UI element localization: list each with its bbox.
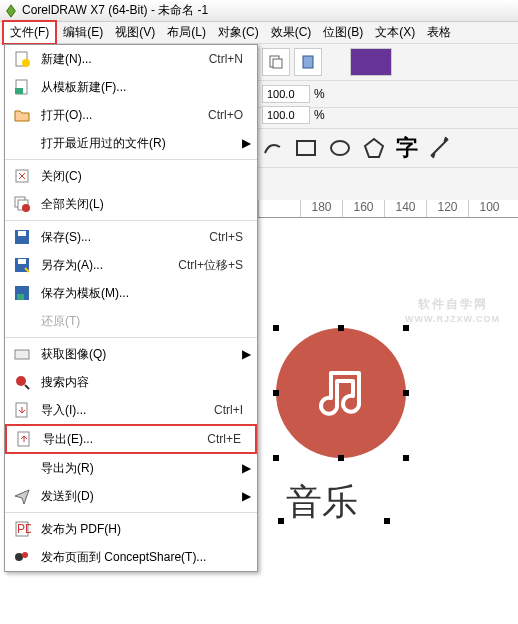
canvas[interactable]: 软件自学网 WWW.RJZXW.COM 音乐 <box>258 218 518 624</box>
selection-handle[interactable] <box>273 390 279 396</box>
menu-label: 保存(S)... <box>41 229 209 246</box>
menu-item[interactable]: 打开(O)...Ctrl+O <box>5 101 257 129</box>
menu-item[interactable]: 打开最近用过的文件(R)▶ <box>5 129 257 157</box>
menu-item[interactable]: 保存(S)...Ctrl+S <box>5 223 257 251</box>
menu-item[interactable]: 导出(E)...Ctrl+E <box>5 424 257 454</box>
toolbar-area: 100.0 % 100.0 % 字 <box>258 44 518 204</box>
menu-item[interactable]: 导出为(R)▶ <box>5 454 257 482</box>
menu-object[interactable]: 对象(C) <box>212 22 265 43</box>
svg-point-15 <box>16 376 26 386</box>
menu-label: 导入(I)... <box>41 402 214 419</box>
menu-label: 导出(E)... <box>43 431 207 448</box>
watermark: 软件自学网 WWW.RJZXW.COM <box>405 288 500 324</box>
app-icon <box>4 4 18 18</box>
scale-y-field[interactable]: 100.0 <box>262 106 310 124</box>
menu-edit[interactable]: 编辑(E) <box>57 22 109 43</box>
rectangle-icon[interactable] <box>294 136 318 160</box>
percent-icon: % <box>314 108 325 122</box>
menu-file[interactable]: 文件(F) <box>2 20 57 45</box>
close-icon <box>11 165 33 187</box>
scale-x-field[interactable]: 100.0 <box>262 85 310 103</box>
selection-handle[interactable] <box>273 325 279 331</box>
import-icon <box>11 399 33 421</box>
svg-rect-3 <box>15 88 23 94</box>
svg-rect-24 <box>303 56 313 68</box>
pdf-icon: PDF <box>11 518 33 540</box>
svg-rect-14 <box>15 350 29 359</box>
ellipse-icon[interactable] <box>328 136 352 160</box>
concept-icon <box>11 546 33 568</box>
blank-icon <box>11 457 33 479</box>
svg-rect-9 <box>18 231 26 236</box>
freehand-icon[interactable] <box>262 137 284 159</box>
shortcut: Ctrl+O <box>208 108 243 122</box>
shortcut: Ctrl+E <box>207 432 241 446</box>
acquire-icon <box>11 343 33 365</box>
selection-handle[interactable] <box>338 455 344 461</box>
svg-point-1 <box>22 59 30 67</box>
selection-handle[interactable] <box>273 455 279 461</box>
percent-icon: % <box>314 87 325 101</box>
selection-handle[interactable] <box>403 455 409 461</box>
menu-item[interactable]: 新建(N)...Ctrl+N <box>5 45 257 73</box>
menu-item[interactable]: 还原(T) <box>5 307 257 335</box>
blank-icon <box>11 310 33 332</box>
file-dropdown: 新建(N)...Ctrl+N从模板新建(F)...打开(O)...Ctrl+O打… <box>4 44 258 572</box>
selection-handle[interactable] <box>403 390 409 396</box>
menu-item[interactable]: 关闭(C) <box>5 162 257 190</box>
svg-point-20 <box>15 553 23 561</box>
menu-bitmap[interactable]: 位图(B) <box>317 22 369 43</box>
menu-item[interactable]: 获取图像(Q)▶ <box>5 340 257 368</box>
menu-item[interactable]: 发送到(D)▶ <box>5 482 257 510</box>
menu-label: 导出为(R) <box>41 460 251 477</box>
polygon-icon[interactable] <box>362 136 386 160</box>
music-circle[interactable] <box>276 328 406 458</box>
closeall-icon <box>11 193 33 215</box>
menu-text[interactable]: 文本(X) <box>369 22 421 43</box>
text-tool-icon[interactable]: 字 <box>396 133 418 163</box>
menu-item[interactable]: 从模板新建(F)... <box>5 73 257 101</box>
submenu-arrow-icon: ▶ <box>242 347 251 361</box>
menu-item[interactable]: PDF发布为 PDF(H) <box>5 515 257 543</box>
svg-text:PDF: PDF <box>17 522 31 536</box>
menu-label: 另存为(A)... <box>41 257 178 274</box>
menubar: 文件(F) 编辑(E) 视图(V) 布局(L) 对象(C) 效果(C) 位图(B… <box>0 22 518 44</box>
menu-label: 还原(T) <box>41 313 251 330</box>
menu-table[interactable]: 表格 <box>421 22 457 43</box>
selection-handle[interactable] <box>338 325 344 331</box>
svg-point-7 <box>22 204 30 212</box>
ruler: 180 160 140 120 100 <box>258 200 518 218</box>
selection-handle[interactable] <box>403 325 409 331</box>
export-icon <box>13 428 35 450</box>
selection-handle[interactable] <box>384 518 390 524</box>
submenu-arrow-icon: ▶ <box>242 136 251 150</box>
shortcut: Ctrl+N <box>209 52 243 66</box>
menu-item[interactable]: 保存为模板(M)... <box>5 279 257 307</box>
menu-item[interactable]: 另存为(A)...Ctrl+位移+S <box>5 251 257 279</box>
menu-label: 搜索内容 <box>41 374 251 391</box>
menu-item[interactable]: 导入(I)...Ctrl+I <box>5 396 257 424</box>
menu-label: 打开(O)... <box>41 107 208 124</box>
fill-swatch[interactable] <box>350 48 392 76</box>
menu-item[interactable]: 搜索内容 <box>5 368 257 396</box>
menu-layout[interactable]: 布局(L) <box>161 22 212 43</box>
svg-rect-23 <box>273 59 282 68</box>
music-note-icon <box>306 358 376 428</box>
menu-label: 保存为模板(M)... <box>41 285 251 302</box>
menu-effect[interactable]: 效果(C) <box>265 22 318 43</box>
shortcut: Ctrl+位移+S <box>178 257 243 274</box>
menu-item[interactable]: 发布页面到 ConceptShare(T)... <box>5 543 257 571</box>
menu-item[interactable]: 全部关闭(L) <box>5 190 257 218</box>
music-text[interactable]: 音乐 <box>286 478 358 527</box>
copy-icon[interactable] <box>262 48 290 76</box>
submenu-arrow-icon: ▶ <box>242 461 251 475</box>
paste-icon[interactable] <box>294 48 322 76</box>
save-icon <box>11 226 33 248</box>
submenu-arrow-icon: ▶ <box>242 489 251 503</box>
dimension-icon[interactable] <box>428 136 452 160</box>
menu-view[interactable]: 视图(V) <box>109 22 161 43</box>
menu-label: 发送到(D) <box>41 488 251 505</box>
saveas-icon <box>11 254 33 276</box>
selection-handle[interactable] <box>278 518 284 524</box>
menu-label: 打开最近用过的文件(R) <box>41 135 251 152</box>
